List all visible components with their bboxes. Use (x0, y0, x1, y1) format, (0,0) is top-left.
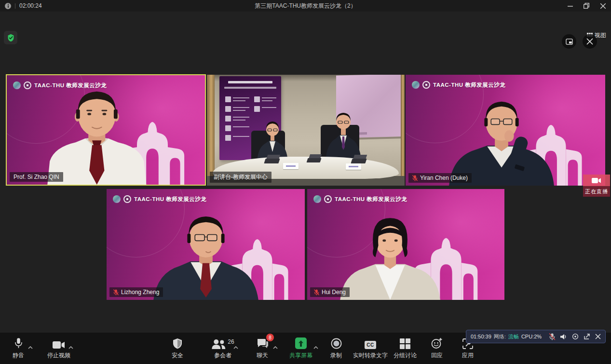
chat-unread-badge: 8 (266, 334, 274, 341)
participants-icon (211, 339, 226, 349)
participants-options-caret[interactable] (233, 342, 238, 351)
chat-label: 聊天 (257, 351, 268, 360)
video-tile-zheng[interactable]: TAAC-THU 教师发展云沙龙 (107, 189, 305, 300)
reactions-button[interactable]: 回应 (431, 337, 443, 360)
muted-mic-icon (314, 289, 319, 296)
video-tile-chen[interactable]: TAAC-THU 教师发展云沙龙 (406, 75, 605, 186)
name-card (346, 163, 361, 170)
record-label: 录制 (330, 351, 342, 360)
live-stream-indicator: 正在直播 (583, 175, 610, 197)
seated-speaker-left (253, 113, 292, 162)
event-brand-label: TAAC-THU 教师发展云沙龙 (335, 196, 407, 203)
video-tile-qin[interactable]: TAAC-THU 教师发展云沙龙 (6, 74, 206, 186)
minimize-to-pip-button[interactable] (562, 34, 576, 49)
video-options-caret[interactable] (68, 342, 73, 351)
event-brand: TAAC-THU 教师发展云沙龙 (13, 81, 107, 89)
thu-logo-icon (24, 81, 31, 89)
meeting-window: 02:00:24 第三期TAAC-THU教师发展云沙龙（2） (0, 0, 611, 364)
breakout-rooms-button[interactable]: 分组讨论 (394, 337, 417, 360)
closed-captions-icon: CC (365, 341, 376, 349)
muted-mic-icon (412, 175, 418, 181)
thu-logo-icon (123, 195, 131, 203)
close-window-button[interactable] (595, 0, 611, 12)
participant-nametag: Hui Deng (310, 287, 350, 297)
security-button[interactable]: 安全 (172, 337, 183, 360)
room-pillar (207, 75, 215, 186)
participant-name: Yiran Chen (Duke) (420, 175, 468, 181)
live-camera-icon (583, 175, 610, 186)
stop-video-button[interactable]: 停止视频 (47, 337, 70, 360)
taac-logo-icon (113, 195, 121, 203)
live-transcript-label: 实时转录文字 (353, 351, 388, 360)
laptop (351, 159, 367, 163)
event-brand-label: TAAC-THU 教师发展云沙龙 (34, 82, 107, 89)
stop-video-label: 停止视频 (47, 351, 70, 360)
record-icon (331, 338, 342, 349)
stats-elapsed-time: 01:50:39 (471, 334, 491, 339)
muted-mic-icon (113, 289, 119, 296)
participant-nametag: 副讲台-教师发展中心 (210, 172, 272, 183)
share-screen-label: 共享屏幕 (289, 351, 312, 360)
security-shield-button[interactable] (4, 31, 17, 44)
microphone-icon (14, 337, 23, 349)
stats-speaker-icon[interactable] (560, 334, 567, 340)
video-tile-deng[interactable]: TAAC-THU 教师发展云沙龙 (307, 189, 504, 300)
shield-icon (173, 338, 182, 349)
reactions-smiley-icon (431, 337, 443, 349)
restore-button[interactable] (578, 0, 595, 12)
mute-button[interactable]: 静音 (13, 337, 24, 360)
network-label: 网络: (494, 333, 506, 340)
participant-name: Hui Deng (322, 289, 346, 296)
video-stage: 视图 TAAC-THU 教师发展云沙龙 (0, 12, 611, 333)
chat-options-caret[interactable] (273, 342, 278, 351)
record-button[interactable]: 录制 (330, 337, 342, 360)
performance-stats-panel: 01:50:39 网络: 流畅 CPU:2% (466, 330, 606, 343)
share-options-caret[interactable] (313, 342, 318, 351)
participants-button[interactable]: 26 参会者 (211, 337, 234, 360)
exit-fullscreen-button[interactable] (583, 34, 597, 49)
taac-logo-icon (13, 81, 21, 89)
stats-popout-icon[interactable] (584, 333, 590, 340)
titlebar-divider (15, 3, 15, 9)
event-brand: TAAC-THU 教师发展云沙龙 (113, 195, 206, 203)
participant-nametag: Prof. Si Zhao QIN (10, 172, 63, 182)
live-transcript-button[interactable]: CC 实时转录文字 (353, 337, 388, 360)
chat-button[interactable]: 8 聊天 (257, 337, 268, 360)
participant-video-zheng (137, 212, 274, 300)
stats-settings-icon[interactable] (572, 333, 579, 340)
cpu-usage: CPU:2% (521, 334, 542, 339)
reactions-label: 回应 (431, 351, 443, 360)
pip-icon (566, 39, 573, 45)
meeting-title: 第三期TAAC-THU教师发展云沙龙（2） (0, 2, 611, 10)
network-status: 流畅 (508, 333, 519, 340)
minimize-button[interactable] (562, 0, 578, 12)
thu-logo-icon (422, 81, 430, 89)
mute-label: 静音 (13, 351, 24, 360)
apps-label: 应用 (462, 351, 474, 360)
laptop (307, 158, 322, 162)
participant-name: 副讲台-教师发展中心 (214, 173, 268, 181)
meeting-duration: 02:00:24 (19, 2, 42, 9)
security-label: 安全 (172, 351, 183, 360)
video-camera-icon (53, 341, 65, 349)
shield-check-icon (7, 34, 15, 42)
breakout-rooms-label: 分组讨论 (394, 351, 417, 360)
share-screen-button[interactable]: 共享屏幕 (289, 337, 312, 360)
name-card (283, 163, 299, 169)
mute-options-caret[interactable] (28, 342, 33, 351)
participant-name: Lizhong Zheng (121, 289, 159, 296)
event-brand: TAAC-THU 教师发展云沙龙 (313, 195, 407, 203)
meeting-info-icon[interactable] (5, 3, 11, 9)
seated-speaker-right (322, 103, 365, 162)
participant-video-qin (19, 86, 174, 185)
breakout-rooms-icon (400, 338, 410, 349)
stats-muted-mic-icon[interactable] (549, 333, 556, 340)
participant-name: Prof. Si Zhao QIN (14, 174, 59, 180)
stats-close-icon[interactable] (595, 334, 601, 339)
taac-logo-icon (313, 195, 321, 203)
video-tile-podium[interactable]: 副讲台-教师发展中心 (207, 75, 405, 186)
event-brand-label: TAAC-THU 教师发展云沙龙 (134, 196, 206, 203)
room-pillar (401, 75, 405, 186)
close-icon (586, 38, 593, 45)
thu-logo-icon (324, 195, 332, 203)
